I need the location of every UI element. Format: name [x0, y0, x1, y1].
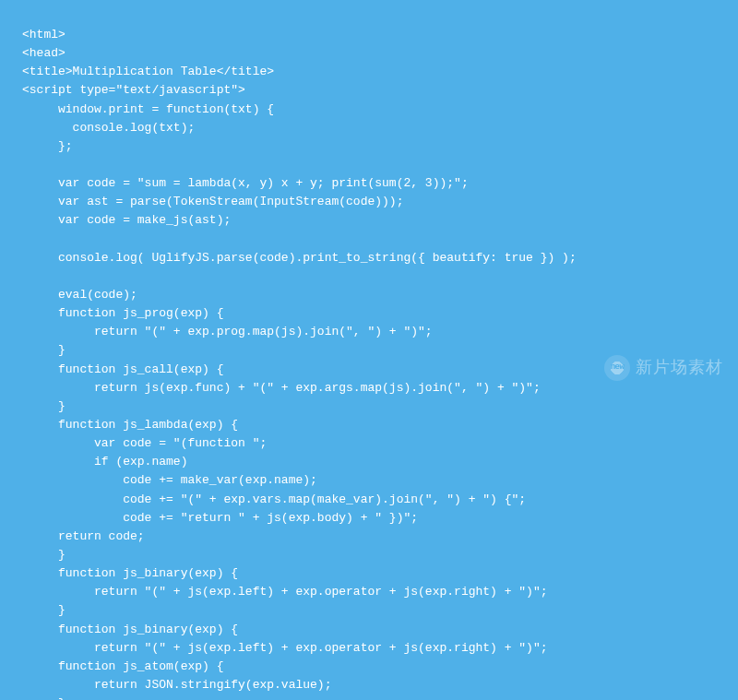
code-block: <html> <head> <title>Multiplication Tabl…	[22, 26, 716, 700]
